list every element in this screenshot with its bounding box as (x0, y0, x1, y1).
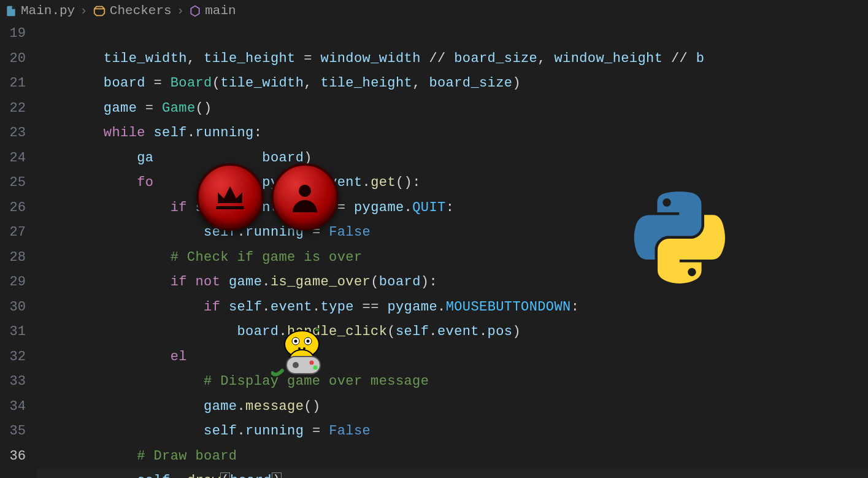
code-line[interactable]: if self.event.type == pygame.MOUSEBUTTON… (37, 295, 868, 320)
code-line[interactable]: if self.event.type == pygame.QUIT: (37, 196, 868, 221)
breadcrumb-class[interactable]: Checkers (93, 4, 172, 18)
chevron-right-icon: › (80, 4, 88, 18)
code-line[interactable]: if not game.is_game_over(board): (37, 270, 868, 295)
lineno: 36 (0, 444, 26, 469)
code-line[interactable]: board = Board(tile_width, tile_height, b… (37, 71, 868, 96)
code-line[interactable]: board.handle_click(self.event.pos) (37, 320, 868, 345)
code-line[interactable]: self.running = False (37, 419, 868, 444)
lineno: 22 (0, 96, 26, 121)
lineno: 21 (0, 71, 26, 96)
code-line[interactable]: fo .e n pygame.event.get(): (37, 171, 868, 196)
code-area[interactable]: tile_width, tile_height = window_width /… (37, 21, 868, 475)
lineno: 35 (0, 419, 26, 444)
code-line[interactable]: game = Game() (37, 96, 868, 121)
code-line[interactable]: el (37, 345, 868, 370)
code-line[interactable]: game.message() (37, 395, 868, 420)
code-line[interactable]: # Check if game is over (37, 245, 868, 271)
code-line[interactable]: self. draw(board) (37, 469, 868, 478)
lineno: 34 (0, 395, 26, 420)
line-number-gutter: 19 20 21 22 23 24 25 26 27 28 29 30 31 3… (0, 21, 37, 475)
lineno: 27 (0, 220, 26, 245)
code-line[interactable]: # Display game over message (37, 369, 868, 395)
class-icon (93, 4, 106, 18)
lineno: 23 (0, 121, 26, 146)
lineno: 33 (0, 369, 26, 395)
lineno: 26 (0, 196, 26, 221)
breadcrumb-method-label: main (205, 4, 236, 18)
lineno: 32 (0, 345, 26, 370)
method-icon (189, 5, 201, 17)
lineno: 28 (0, 245, 26, 271)
code-line[interactable]: self.running = False (37, 220, 868, 245)
lineno: 20 (0, 47, 26, 72)
breadcrumb[interactable]: Main.py › Checkers › main (0, 0, 868, 21)
lineno: 24 (0, 146, 26, 171)
code-line[interactable]: while self.running: (37, 121, 868, 146)
breadcrumb-method[interactable]: main (189, 4, 236, 18)
python-file-icon (5, 5, 17, 17)
lineno: 31 (0, 320, 26, 345)
breadcrumb-file[interactable]: Main.py (5, 4, 75, 18)
lineno: 19 (0, 21, 26, 47)
lineno: 25 (0, 171, 26, 196)
code-editor[interactable]: 19 20 21 22 23 24 25 26 27 28 29 30 31 3… (0, 21, 868, 475)
breadcrumb-file-label: Main.py (21, 4, 75, 18)
code-line[interactable]: # Draw board (37, 444, 868, 469)
lineno: 30 (0, 295, 26, 320)
chevron-right-icon: › (177, 4, 185, 18)
code-line[interactable]: ga board) (37, 146, 868, 171)
lineno: 29 (0, 270, 26, 295)
code-line[interactable]: tile_width, tile_height = window_width /… (37, 47, 868, 72)
breadcrumb-class-label: Checkers (110, 4, 172, 18)
